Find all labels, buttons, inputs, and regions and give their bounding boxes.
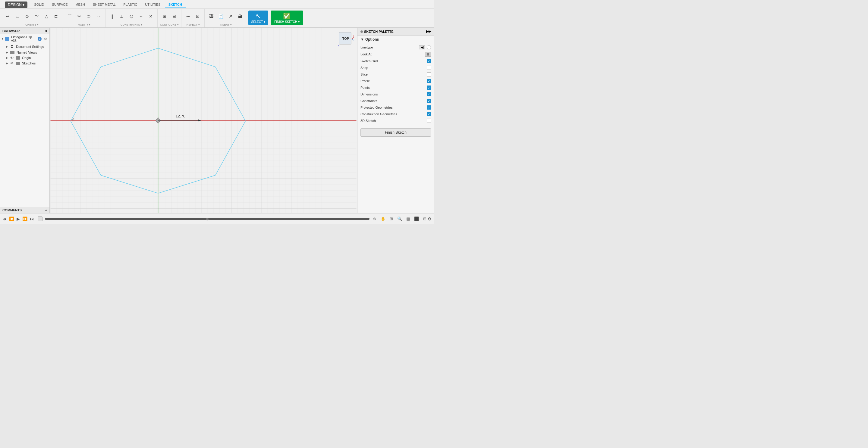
- dimensions-checkbox[interactable]: ✓: [427, 92, 431, 96]
- linetype-row: Linetype ◀: [361, 44, 431, 50]
- look-at-button[interactable]: ⊞: [425, 52, 431, 57]
- polygon-tool[interactable]: △: [42, 12, 51, 21]
- tab-plastic[interactable]: PLASTIC: [120, 1, 141, 8]
- insert-dxf-tool[interactable]: 📄: [217, 12, 225, 21]
- select-icon: ↖: [255, 12, 261, 20]
- configure-icon[interactable]: ⊞: [160, 12, 169, 21]
- modify-label: MODIFY ▾: [78, 23, 90, 26]
- line-tool[interactable]: ↩: [4, 12, 12, 21]
- dimensions-row: Dimensions ✓: [361, 91, 431, 98]
- constraints-group: ∥ ⊥ ◎ ↔ ✕ CONSTRAINTS ▾: [105, 9, 158, 27]
- orbit-button[interactable]: ⊕: [372, 216, 378, 221]
- canvas-area[interactable]: 12.70 25 TOP X Y: [50, 28, 357, 213]
- create-group: ↩ ▭ ⊙ 〜 △ ⊏ CREATE ▾: [1, 9, 63, 27]
- insert-image-tool[interactable]: 🖼: [207, 12, 216, 21]
- step-back-button[interactable]: ⏪: [9, 216, 14, 221]
- spline-tool[interactable]: 〜: [33, 12, 41, 21]
- play-button[interactable]: ▶: [17, 216, 20, 221]
- settings-button[interactable]: ⚙: [428, 216, 432, 221]
- named-views-folder-icon: [10, 51, 14, 54]
- constraints-checkbox[interactable]: ✓: [427, 99, 431, 103]
- timeline-bar[interactable]: [45, 218, 370, 220]
- mirror-tool[interactable]: 〰: [94, 12, 103, 21]
- display-mode-button[interactable]: ▦: [405, 216, 411, 221]
- palette-expand-icon[interactable]: ▶▶: [426, 30, 431, 33]
- sketches-folder-icon: [16, 62, 20, 65]
- construction-geometries-checkbox[interactable]: ✓: [427, 112, 431, 116]
- sketches-eye-icon[interactable]: 👁: [10, 61, 13, 65]
- rect-tool[interactable]: ▭: [13, 12, 22, 21]
- construction-geometries-row: Construction Geometries ✓: [361, 111, 431, 117]
- tab-sheet-metal[interactable]: SHEET METAL: [89, 1, 119, 8]
- projected-geometries-checkbox[interactable]: ✓: [427, 105, 431, 110]
- tab-surface[interactable]: SURFACE: [48, 1, 71, 8]
- palette-header-content: SKETCH PALETTE: [361, 30, 394, 33]
- timeline-items: [45, 218, 370, 220]
- finish-sketch-button[interactable]: ✅ FINISH SKETCH ▾: [271, 10, 303, 25]
- options-label: Options: [365, 37, 379, 41]
- insert-photo-tool[interactable]: 🏔: [236, 12, 244, 21]
- tab-sketch[interactable]: SKETCH: [165, 1, 186, 8]
- comments-add-icon[interactable]: +: [45, 208, 47, 212]
- profile-checkbox[interactable]: ✓: [427, 79, 431, 83]
- browser-item-sketches[interactable]: ▶ 👁 Sketches: [0, 61, 50, 66]
- linetype-arrow-icon[interactable]: ◀: [419, 45, 425, 49]
- fillet-tool[interactable]: ⌒: [65, 12, 74, 21]
- comments-section: COMMENTS +: [0, 207, 50, 213]
- skip-to-end-button[interactable]: ⏭: [30, 216, 34, 221]
- bottom-bar: ⏮ ⏪ ▶ ⏩ ⏭ ⊕ ✋ ⊞ 🔍 ▦ ⬛ ⊞ ⚙: [0, 213, 434, 224]
- create-label: CREATE ▾: [25, 23, 38, 26]
- viewport-controls: ⊕ ✋ ⊞ 🔍 ▦ ⬛ ⊞: [372, 216, 428, 221]
- tab-utilities[interactable]: UTILITIES: [141, 1, 164, 8]
- browser-header: BROWSER ◀: [0, 28, 50, 34]
- trim-tool[interactable]: ✂: [75, 12, 84, 21]
- insert-svg-tool[interactable]: ↗: [226, 12, 235, 21]
- inspect2-icon[interactable]: ⊡: [193, 12, 202, 21]
- tab-mesh[interactable]: MESH: [72, 1, 89, 8]
- grid-display-button[interactable]: ⊞: [422, 216, 428, 221]
- step-forward-button[interactable]: ⏩: [22, 216, 27, 221]
- tool-groups-bar: ↩ ▭ ⊙ 〜 △ ⊏ CREATE ▾ ⌒ ✂ ⊃ 〰 MODIFY ▾ ∥ …: [0, 8, 434, 27]
- fix-tool[interactable]: ✕: [147, 12, 155, 21]
- palette-header: SKETCH PALETTE ▶▶: [358, 28, 434, 36]
- offset-tool[interactable]: ⊃: [85, 12, 93, 21]
- linetype-circle-icon[interactable]: [427, 45, 431, 49]
- design-button[interactable]: DESIGN ▾: [5, 1, 27, 8]
- browser-item-origin[interactable]: ▶ 👁 Origin: [0, 55, 50, 61]
- svg-line-9: [352, 37, 353, 39]
- pan-button[interactable]: ✋: [379, 216, 387, 221]
- points-checkbox[interactable]: ✓: [427, 85, 431, 90]
- browser-item-doc-settings[interactable]: ▶ ⚙ Document Settings: [0, 43, 50, 50]
- visual-style-button[interactable]: ⬛: [413, 216, 420, 221]
- tab-bar: DESIGN ▾ SOLID SURFACE MESH SHEET METAL …: [0, 0, 434, 8]
- browser-collapse-icon[interactable]: ◀: [44, 29, 47, 33]
- settings-small-icon[interactable]: ⚙: [44, 37, 47, 41]
- slice-checkbox[interactable]: [427, 72, 431, 76]
- 3d-sketch-checkbox[interactable]: [427, 118, 431, 123]
- zoom-fit-button[interactable]: ⊞: [389, 216, 394, 221]
- circle-tool[interactable]: ⊙: [23, 12, 31, 21]
- zoom-button[interactable]: 🔍: [396, 216, 403, 221]
- origin-eye-icon[interactable]: 👁: [10, 56, 13, 60]
- browser-item-named-views[interactable]: ▶ Named Views: [0, 50, 50, 55]
- view-cube[interactable]: TOP X Y: [338, 31, 354, 47]
- finish-sketch-palette-button[interactable]: Finish Sketch: [361, 128, 431, 137]
- concentric-tool[interactable]: ◎: [127, 12, 135, 21]
- view-cube-label: TOP: [342, 37, 349, 40]
- sketch-mode-icon[interactable]: [38, 216, 42, 221]
- dimension-tool[interactable]: ↔: [137, 12, 145, 21]
- select-label: SELECT ▾: [251, 20, 266, 24]
- tab-solid[interactable]: SOLID: [30, 1, 48, 8]
- measure-tool[interactable]: ⊸: [184, 12, 192, 21]
- select-button[interactable]: ↖ SELECT ▾: [248, 10, 269, 25]
- coincident-tool[interactable]: ∥: [108, 12, 116, 21]
- sketch-grid-checkbox[interactable]: ✓: [427, 59, 431, 63]
- points-row: Points ✓: [361, 84, 431, 91]
- browser-item-root[interactable]: ▼ OctogoonTOp v35 L ⚙: [0, 34, 50, 43]
- comments-label: COMMENTS: [2, 208, 22, 212]
- slot-tool[interactable]: ⊏: [52, 12, 60, 21]
- skip-to-start-button[interactable]: ⏮: [2, 216, 7, 221]
- configure2-icon[interactable]: ⊟: [170, 12, 179, 21]
- snap-checkbox[interactable]: [427, 66, 431, 70]
- collinear-tool[interactable]: ⊥: [118, 12, 126, 21]
